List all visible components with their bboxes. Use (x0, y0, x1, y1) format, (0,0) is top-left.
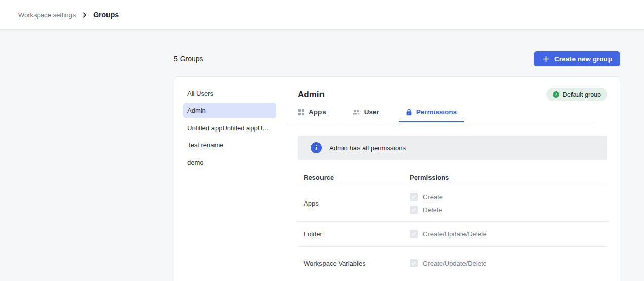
groups-count-label: 5 Groups (174, 55, 203, 63)
group-item-label: All Users (187, 90, 213, 97)
permission-delete: Delete (410, 206, 443, 214)
top-header: Workspace settings Groups (0, 0, 644, 30)
group-item-label: demo (187, 158, 204, 166)
group-item-label: Untitled appUntitled appUntitle… (187, 124, 272, 132)
tab-apps[interactable]: Apps (291, 108, 333, 122)
tab-user[interactable]: User (345, 108, 386, 122)
tab-user-label: User (364, 108, 379, 116)
lock-icon (406, 109, 412, 116)
default-group-badge-label: Default group (563, 91, 601, 98)
column-header-resource: Resource (304, 174, 410, 181)
users-icon (352, 109, 360, 116)
grid-icon (298, 109, 305, 116)
checkbox-checked-icon[interactable] (410, 230, 418, 238)
group-item-admin[interactable]: Admin (183, 103, 276, 118)
groups-toolbar: 5 Groups Create new group (174, 51, 620, 66)
permission-label: Create/Update/Delete (423, 260, 487, 267)
create-new-group-button[interactable]: Create new group (534, 51, 620, 66)
column-header-permissions: Permissions (410, 174, 449, 181)
table-row-workspace-variables: Workspace Variables Create/Update/Delete (298, 247, 607, 280)
permissions-table: Resource Permissions Apps Create (298, 170, 607, 280)
permissions-cell: Create Delete (410, 193, 443, 214)
group-item-label: Test rename (187, 141, 224, 149)
group-item-test-rename[interactable]: Test rename (183, 137, 276, 153)
permission-workspace-variables-cud: Create/Update/Delete (410, 259, 487, 267)
resource-label: Apps (304, 199, 410, 207)
groups-card: All Users Admin Untitled appUntitled app… (174, 76, 620, 281)
permission-label: Create/Update/Delete (423, 230, 487, 238)
info-icon: i (311, 142, 322, 153)
permission-label: Create (423, 193, 443, 201)
groups-content: 5 Groups Create new group All Users Admi… (174, 30, 620, 281)
create-new-group-label: Create new group (554, 55, 612, 63)
group-item-untitled-app[interactable]: Untitled appUntitled appUntitle… (183, 120, 276, 136)
group-tabs: Apps User (285, 108, 595, 122)
info-icon: i (553, 91, 559, 98)
tab-apps-label: Apps (309, 108, 326, 116)
permission-folder-cud: Create/Update/Delete (410, 230, 487, 238)
resource-label: Workspace Variables (304, 260, 410, 267)
group-title: Admin (298, 90, 325, 100)
checkbox-checked-icon[interactable] (410, 259, 418, 267)
checkbox-checked-icon[interactable] (410, 193, 418, 201)
permission-label: Delete (423, 206, 442, 214)
tab-permissions-label: Permissions (416, 108, 457, 116)
checkbox-checked-icon[interactable] (410, 206, 418, 214)
table-header-row: Resource Permissions (298, 170, 607, 185)
group-item-all-users[interactable]: All Users (183, 86, 276, 101)
breadcrumb-current-groups: Groups (93, 11, 119, 19)
group-detail-panel: Admin i Default group (285, 77, 620, 281)
permissions-info-banner: i Admin has all permissions (298, 136, 607, 160)
group-item-demo[interactable]: demo (183, 154, 276, 170)
group-list: All Users Admin Untitled appUntitled app… (174, 77, 285, 281)
breadcrumb: Workspace settings Groups (18, 11, 119, 19)
breadcrumb-workspace-settings[interactable]: Workspace settings (18, 11, 76, 19)
permissions-info-text: Admin has all permissions (329, 144, 406, 152)
table-row-apps: Apps Create (298, 185, 607, 222)
panel-header: Admin i Default group (298, 88, 607, 101)
tab-permissions[interactable]: Permissions (399, 108, 464, 122)
workspace-settings-groups-screen: Workspace settings Groups 5 Groups Creat… (0, 0, 644, 281)
chevron-right-icon (81, 12, 88, 18)
group-item-label: Admin (187, 107, 206, 114)
plus-icon (542, 55, 550, 63)
permission-create: Create (410, 193, 443, 201)
default-group-badge: i Default group (546, 88, 607, 101)
table-row-folder: Folder Create/Update/Delete (298, 222, 607, 247)
resource-label: Folder (304, 230, 410, 238)
